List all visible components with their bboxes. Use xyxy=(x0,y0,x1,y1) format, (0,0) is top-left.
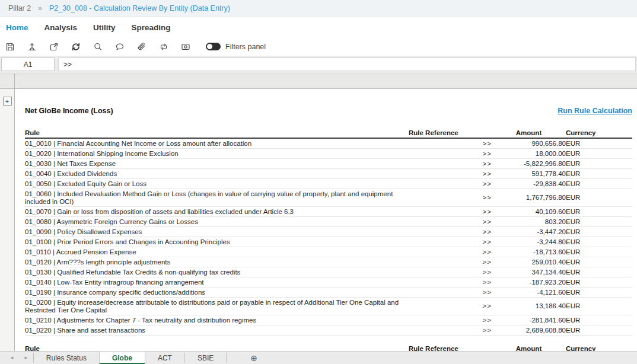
drill-link[interactable]: >> xyxy=(483,170,492,177)
repeat-icon[interactable] xyxy=(158,41,170,53)
toolbar-icons xyxy=(4,41,192,53)
row-gutter: + xyxy=(0,74,15,351)
rule-reference-cell: >> xyxy=(409,149,492,158)
menu-tab-utility[interactable]: Utility xyxy=(93,23,116,32)
rule-cell: 01_0070 | Gain or loss from disposition … xyxy=(25,207,409,216)
rule-cell: 01_0020 | International Shipping Income … xyxy=(25,149,409,158)
title-row: Net GloBe Income (Loss) Run Rule Calcula… xyxy=(25,107,632,115)
toolbar: Filters panel xyxy=(0,37,637,56)
table-row: 01_0090 | Policy Disallowed Expenses>>-3… xyxy=(25,227,632,237)
sheet-tab-sbie[interactable]: SBIE xyxy=(185,352,226,364)
drill-link[interactable]: >> xyxy=(483,248,492,256)
refresh-icon[interactable] xyxy=(70,41,82,53)
currency-cell: EUR xyxy=(566,149,632,158)
rule-reference-cell: >> xyxy=(409,217,492,226)
rule-reference-cell: >> xyxy=(409,193,492,203)
drill-link[interactable]: >> xyxy=(483,228,492,235)
sheet-tab-globe[interactable]: Globe xyxy=(99,352,145,364)
sheet-tab-rules-status[interactable]: Rules Status xyxy=(34,352,99,364)
rule-cell: 01_0090 | Policy Disallowed Expenses xyxy=(25,227,409,237)
amount-cell: 1,767,796.80 xyxy=(492,193,566,203)
rule-cell: 01_0210 | Adjustments for Chapter 7 - Ta… xyxy=(25,315,409,325)
table-row: 01_0120 | Arm???s length principle adjus… xyxy=(25,257,632,267)
currency-cell: EUR xyxy=(566,325,632,335)
table-row: 01_0010 | Financial Accounting Net Incom… xyxy=(25,139,632,149)
table-row: 01_0030 | Net Taxes Expense>>-5,822,996.… xyxy=(25,159,632,169)
currency-cell: EUR xyxy=(566,139,632,148)
drill-link[interactable]: >> xyxy=(483,317,492,324)
rule-cell: 01_0100 | Prior Period Errors and Change… xyxy=(25,237,409,247)
drill-link[interactable]: >> xyxy=(483,327,492,334)
table-row: 01_0060 | Included Revaluation Method Ga… xyxy=(25,189,632,207)
menu-bar: HomeAnalysisUtilitySpreading xyxy=(0,17,637,37)
add-sheet-button[interactable]: ⊕ xyxy=(244,352,263,364)
drill-link[interactable]: >> xyxy=(483,258,492,266)
rule-reference-cell: >> xyxy=(409,247,492,257)
drill-link[interactable]: >> xyxy=(483,180,492,187)
amount-cell: -187,923.20 xyxy=(492,277,566,287)
drill-link[interactable]: >> xyxy=(483,279,492,286)
comment-icon[interactable] xyxy=(114,41,126,53)
column-header-rule: Rule xyxy=(25,127,409,138)
table-row: 01_0220 | Share and asset transactions>>… xyxy=(25,325,632,336)
amount-cell: 591,778.40 xyxy=(492,169,566,178)
cell-name-box[interactable]: A1 xyxy=(1,58,55,71)
drill-link[interactable]: >> xyxy=(483,194,492,201)
screen-capture-icon[interactable] xyxy=(180,41,192,53)
drill-link[interactable]: >> xyxy=(483,302,492,309)
table-row: 01_0110 | Accrued Pension Expense>>-18,7… xyxy=(25,247,632,257)
tab-divider xyxy=(226,353,227,363)
formula-input[interactable]: >> xyxy=(58,58,636,71)
sheet-area: + Net GloBe Income (Loss) Run Rule Calcu… xyxy=(0,74,637,351)
rule-reference-cell: >> xyxy=(409,169,492,178)
currency-cell: EUR xyxy=(566,257,632,267)
amount-cell: 2,689,608.80 xyxy=(492,325,566,335)
run-rule-calculation-link[interactable]: Run Rule Calculation xyxy=(558,107,632,115)
currency-cell: EUR xyxy=(566,159,632,168)
table-row: 01_0080 | Asymmetric Foreign Currency Ga… xyxy=(25,217,632,227)
search-icon[interactable] xyxy=(92,41,104,53)
expand-button[interactable]: + xyxy=(3,97,12,106)
menu-tab-home[interactable]: Home xyxy=(6,23,28,32)
currency-cell: EUR xyxy=(566,237,632,247)
drill-link[interactable]: >> xyxy=(483,208,492,215)
amount-cell: 990,656.80 xyxy=(492,139,566,148)
drill-link[interactable]: >> xyxy=(483,160,492,167)
publish-icon[interactable] xyxy=(26,41,38,53)
table-row: 01_0100 | Prior Period Errors and Change… xyxy=(25,237,632,247)
share-icon[interactable] xyxy=(48,41,60,53)
filters-panel-toggle[interactable]: Filters panel xyxy=(206,43,266,51)
table-row: 01_0070 | Gain or loss from disposition … xyxy=(25,207,632,217)
menu-tab-analysis[interactable]: Analysis xyxy=(44,23,78,32)
breadcrumb-section[interactable]: Pillar 2 xyxy=(8,4,31,12)
table-row: 01_0050 | Excluded Equity Gain or Loss>>… xyxy=(25,179,632,189)
rule-cell: 01_0120 | Arm???s length principle adjus… xyxy=(25,257,409,267)
attachment-icon[interactable] xyxy=(136,41,148,53)
drill-link[interactable]: >> xyxy=(483,269,492,276)
currency-cell: EUR xyxy=(566,277,632,287)
drill-link[interactable]: >> xyxy=(483,218,492,225)
rule-cell: 01_0200 | Equity increase/decrease attri… xyxy=(25,298,409,315)
drill-link[interactable]: >> xyxy=(483,150,492,157)
tab-scroll-left-icon[interactable]: ◄ xyxy=(5,352,19,364)
rule-reference-cell: >> xyxy=(409,207,492,216)
drill-link[interactable]: >> xyxy=(483,140,492,147)
menu-tab-spreading[interactable]: Spreading xyxy=(132,23,171,32)
breadcrumb-separator-icon: » xyxy=(38,4,42,12)
formula-bar: A1 >> xyxy=(0,56,637,74)
drill-link[interactable]: >> xyxy=(483,238,492,245)
currency-cell: EUR xyxy=(566,207,632,216)
sheet-tab-act[interactable]: ACT xyxy=(145,352,184,364)
rule-cell: 01_0030 | Net Taxes Expense xyxy=(25,159,409,168)
table-row: 01_0040 | Excluded Dividends>>591,778.40… xyxy=(25,169,632,179)
currency-cell: EUR xyxy=(566,302,632,311)
tab-scroll-right-icon[interactable]: ► xyxy=(19,352,33,364)
rule-cell: 01_0080 | Asymmetric Foreign Currency Ga… xyxy=(25,217,409,226)
amount-cell: 347,134.40 xyxy=(492,267,566,277)
app-window: Pillar 2 » P2_30_008 - Calculation Revie… xyxy=(0,0,637,364)
rule-reference-cell: >> xyxy=(409,325,492,335)
table-row: 01_0200 | Equity increase/decrease attri… xyxy=(25,298,632,315)
breadcrumb-page-link[interactable]: P2_30_008 - Calculation Review By Entity… xyxy=(49,4,230,12)
save-icon[interactable] xyxy=(4,41,16,53)
drill-link[interactable]: >> xyxy=(483,289,492,296)
